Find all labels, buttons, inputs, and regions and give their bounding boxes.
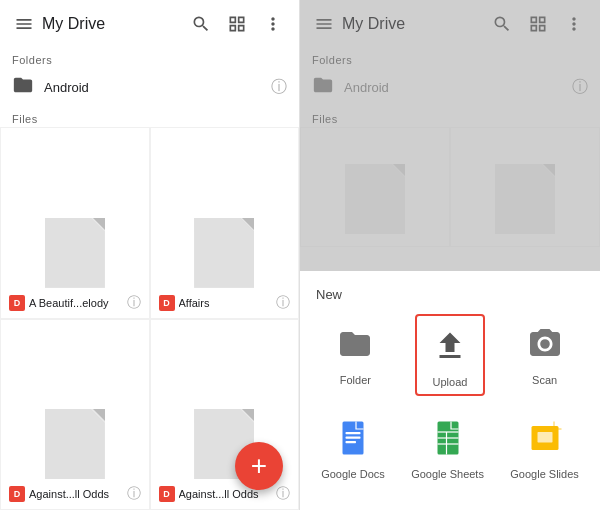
file-thumb-0 [45,218,105,288]
file-app-icon-3: D [159,486,175,502]
new-panel: New Folder Upload [300,271,600,510]
new-panel-row-2: Google Docs Google Sheets [308,408,592,486]
right-folder-icon [312,74,334,101]
new-gslides-label: Google Slides [510,468,579,480]
file-thumb-1 [194,218,254,288]
file-app-icon-1: D [159,295,175,311]
left-menu-icon[interactable] [10,10,38,38]
file-meta-0: D A Beautif...elody ⓘ [7,294,143,312]
left-header-actions [185,8,289,40]
file-info-0[interactable]: ⓘ [127,294,141,312]
right-android-folder-name: Android [344,80,572,95]
new-folder-label: Folder [340,374,371,386]
new-gsheets-icon [424,414,472,462]
file-name-2: Against...ll Odds [29,488,125,500]
right-header-actions [486,8,590,40]
file-cell-1[interactable]: D Affairs ⓘ [150,127,300,319]
file-cell-0[interactable]: D A Beautif...elody ⓘ [0,127,150,319]
svg-rect-3 [345,441,356,443]
android-folder-info[interactable]: ⓘ [271,77,287,98]
file-meta-3: D Against...ll Odds ⓘ [157,485,293,503]
new-upload-label: Upload [433,376,468,388]
right-folders-label: Folders [300,48,600,68]
left-search-icon[interactable] [185,8,217,40]
new-upload-button[interactable]: Upload [415,314,485,396]
new-folder-icon [331,320,379,368]
new-scan-label: Scan [532,374,557,386]
new-panel-row-1: Folder Upload Scan [308,314,592,396]
right-file-cell-0 [300,127,450,247]
left-header: My Drive [0,0,299,48]
right-panel: My Drive Folders [300,0,600,510]
svg-rect-1 [345,432,360,434]
svg-rect-10 [537,432,552,443]
right-menu-icon[interactable] [310,10,338,38]
new-gsheets-button[interactable]: Google Sheets [405,408,490,486]
file-thumb-2 [45,409,105,479]
file-app-icon-0: D [9,295,25,311]
svg-rect-2 [345,437,360,439]
file-meta-2: D Against...ll Odds ⓘ [7,485,143,503]
new-scan-button[interactable]: Scan [510,314,580,396]
right-android-folder-info[interactable]: ⓘ [572,77,588,98]
new-folder-button[interactable]: Folder [320,314,390,396]
folder-icon [12,74,34,101]
file-cell-2[interactable]: D Against...ll Odds ⓘ [0,319,150,511]
left-grid-icon[interactable] [221,8,253,40]
right-file-thumb-1 [495,164,555,234]
right-grid-icon[interactable] [522,8,554,40]
left-folders-label: Folders [0,48,299,68]
android-folder-name: Android [44,80,271,95]
file-app-icon-2: D [9,486,25,502]
right-header-title: My Drive [342,15,486,33]
fab-button[interactable]: + [235,442,283,490]
left-more-icon[interactable] [257,8,289,40]
file-name-0: A Beautif...elody [29,297,125,309]
right-android-folder[interactable]: Android ⓘ [300,68,600,107]
left-android-folder[interactable]: Android ⓘ [0,68,299,107]
file-name-1: Affairs [179,297,275,309]
left-header-title: My Drive [42,15,185,33]
right-file-thumb-0 [345,164,405,234]
left-files-label: Files [0,107,299,127]
right-header: My Drive [300,0,600,48]
new-gdocs-icon [329,414,377,462]
new-gdocs-button[interactable]: Google Docs [315,408,391,486]
new-upload-icon [426,322,474,370]
right-files-label: Files [300,107,600,127]
left-panel: My Drive Folders [0,0,300,510]
file-info-2[interactable]: ⓘ [127,485,141,503]
new-gslides-icon [521,414,569,462]
new-panel-title: New [308,287,592,314]
file-meta-1: D Affairs ⓘ [157,294,293,312]
right-file-cell-1 [450,127,600,247]
right-files-grid-dim [300,127,600,247]
file-info-3[interactable]: ⓘ [276,485,290,503]
new-gsheets-label: Google Sheets [411,468,484,480]
right-search-icon[interactable] [486,8,518,40]
new-scan-icon [521,320,569,368]
right-more-icon[interactable] [558,8,590,40]
new-gdocs-label: Google Docs [321,468,385,480]
file-info-1[interactable]: ⓘ [276,294,290,312]
new-gslides-button[interactable]: Google Slides [504,408,585,486]
